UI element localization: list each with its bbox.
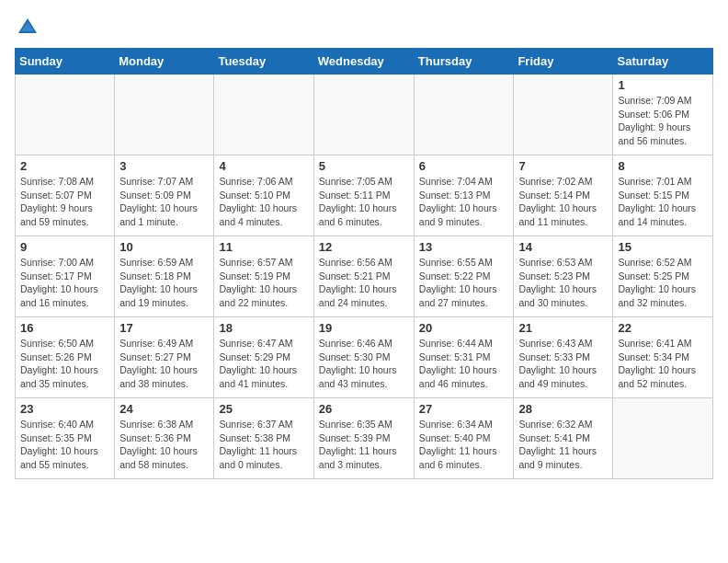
day-number: 15 xyxy=(618,240,708,254)
calendar-cell: 7Sunrise: 7:02 AM Sunset: 5:14 PM Daylig… xyxy=(514,155,613,236)
calendar-cell xyxy=(414,75,514,155)
week-row-4: 16Sunrise: 6:50 AM Sunset: 5:26 PM Dayli… xyxy=(16,317,713,398)
calendar-cell xyxy=(16,75,115,155)
weekday-header-friday: Friday xyxy=(514,49,613,75)
calendar-cell: 28Sunrise: 6:32 AM Sunset: 5:41 PM Dayli… xyxy=(514,398,613,479)
day-info: Sunrise: 6:56 AM Sunset: 5:21 PM Dayligh… xyxy=(319,256,409,310)
calendar-cell: 12Sunrise: 6:56 AM Sunset: 5:21 PM Dayli… xyxy=(313,236,414,317)
calendar-cell: 23Sunrise: 6:40 AM Sunset: 5:35 PM Dayli… xyxy=(16,398,115,479)
day-number: 8 xyxy=(618,159,708,173)
day-info: Sunrise: 6:34 AM Sunset: 5:40 PM Dayligh… xyxy=(419,418,509,472)
day-number: 1 xyxy=(618,78,708,92)
day-info: Sunrise: 6:55 AM Sunset: 5:22 PM Dayligh… xyxy=(419,256,509,310)
day-number: 23 xyxy=(20,402,109,416)
day-number: 13 xyxy=(419,240,509,254)
calendar-cell: 20Sunrise: 6:44 AM Sunset: 5:31 PM Dayli… xyxy=(414,317,514,398)
day-number: 25 xyxy=(219,402,308,416)
calendar-cell: 26Sunrise: 6:35 AM Sunset: 5:39 PM Dayli… xyxy=(313,398,414,479)
day-number: 19 xyxy=(319,321,409,335)
calendar-table: SundayMondayTuesdayWednesdayThursdayFrid… xyxy=(15,48,713,479)
calendar-cell xyxy=(214,75,313,155)
day-number: 10 xyxy=(119,240,209,254)
weekday-header-sunday: Sunday xyxy=(16,49,115,75)
day-info: Sunrise: 6:47 AM Sunset: 5:29 PM Dayligh… xyxy=(219,337,308,391)
weekday-header-saturday: Saturday xyxy=(613,49,713,75)
calendar-cell: 11Sunrise: 6:57 AM Sunset: 5:19 PM Dayli… xyxy=(214,236,313,317)
calendar-cell: 25Sunrise: 6:37 AM Sunset: 5:38 PM Dayli… xyxy=(214,398,313,479)
day-info: Sunrise: 6:37 AM Sunset: 5:38 PM Dayligh… xyxy=(219,418,308,472)
day-info: Sunrise: 6:59 AM Sunset: 5:18 PM Dayligh… xyxy=(119,256,209,310)
day-number: 21 xyxy=(518,321,608,335)
logo xyxy=(15,15,44,40)
day-info: Sunrise: 7:07 AM Sunset: 5:09 PM Dayligh… xyxy=(119,175,209,229)
day-info: Sunrise: 7:01 AM Sunset: 5:15 PM Dayligh… xyxy=(618,175,708,229)
day-info: Sunrise: 6:49 AM Sunset: 5:27 PM Dayligh… xyxy=(119,337,209,391)
calendar-cell: 10Sunrise: 6:59 AM Sunset: 5:18 PM Dayli… xyxy=(115,236,214,317)
calendar-cell: 24Sunrise: 6:38 AM Sunset: 5:36 PM Dayli… xyxy=(115,398,214,479)
page-header xyxy=(15,15,713,40)
day-number: 24 xyxy=(119,402,209,416)
day-info: Sunrise: 6:38 AM Sunset: 5:36 PM Dayligh… xyxy=(119,418,209,472)
day-info: Sunrise: 7:02 AM Sunset: 5:14 PM Dayligh… xyxy=(518,175,608,229)
day-number: 4 xyxy=(219,159,308,173)
calendar-cell: 27Sunrise: 6:34 AM Sunset: 5:40 PM Dayli… xyxy=(414,398,514,479)
calendar-cell: 1Sunrise: 7:09 AM Sunset: 5:06 PM Daylig… xyxy=(613,75,713,155)
week-row-3: 9Sunrise: 7:00 AM Sunset: 5:17 PM Daylig… xyxy=(16,236,713,317)
calendar-cell: 9Sunrise: 7:00 AM Sunset: 5:17 PM Daylig… xyxy=(16,236,115,317)
day-info: Sunrise: 7:06 AM Sunset: 5:10 PM Dayligh… xyxy=(219,175,308,229)
day-info: Sunrise: 7:09 AM Sunset: 5:06 PM Dayligh… xyxy=(618,94,708,148)
calendar-cell: 5Sunrise: 7:05 AM Sunset: 5:11 PM Daylig… xyxy=(313,155,414,236)
calendar-cell: 6Sunrise: 7:04 AM Sunset: 5:13 PM Daylig… xyxy=(414,155,514,236)
calendar-cell: 15Sunrise: 6:52 AM Sunset: 5:25 PM Dayli… xyxy=(613,236,713,317)
day-number: 5 xyxy=(319,159,409,173)
calendar-cell: 21Sunrise: 6:43 AM Sunset: 5:33 PM Dayli… xyxy=(514,317,613,398)
weekday-header-row: SundayMondayTuesdayWednesdayThursdayFrid… xyxy=(16,49,713,75)
day-number: 20 xyxy=(419,321,509,335)
day-info: Sunrise: 7:04 AM Sunset: 5:13 PM Dayligh… xyxy=(419,175,509,229)
day-info: Sunrise: 6:41 AM Sunset: 5:34 PM Dayligh… xyxy=(618,337,708,391)
day-info: Sunrise: 6:57 AM Sunset: 5:19 PM Dayligh… xyxy=(219,256,308,310)
calendar-cell: 13Sunrise: 6:55 AM Sunset: 5:22 PM Dayli… xyxy=(414,236,514,317)
calendar-cell: 18Sunrise: 6:47 AM Sunset: 5:29 PM Dayli… xyxy=(214,317,313,398)
day-info: Sunrise: 7:05 AM Sunset: 5:11 PM Dayligh… xyxy=(319,175,409,229)
day-info: Sunrise: 7:08 AM Sunset: 5:07 PM Dayligh… xyxy=(20,175,109,229)
day-info: Sunrise: 7:00 AM Sunset: 5:17 PM Dayligh… xyxy=(20,256,109,310)
day-number: 26 xyxy=(319,402,409,416)
day-number: 3 xyxy=(119,159,209,173)
week-row-2: 2Sunrise: 7:08 AM Sunset: 5:07 PM Daylig… xyxy=(16,155,713,236)
day-number: 18 xyxy=(219,321,308,335)
day-number: 17 xyxy=(119,321,209,335)
day-info: Sunrise: 6:32 AM Sunset: 5:41 PM Dayligh… xyxy=(518,418,608,472)
calendar-cell xyxy=(313,75,414,155)
day-number: 12 xyxy=(319,240,409,254)
day-info: Sunrise: 6:52 AM Sunset: 5:25 PM Dayligh… xyxy=(618,256,708,310)
day-number: 7 xyxy=(518,159,608,173)
calendar-cell: 14Sunrise: 6:53 AM Sunset: 5:23 PM Dayli… xyxy=(514,236,613,317)
calendar-cell: 8Sunrise: 7:01 AM Sunset: 5:15 PM Daylig… xyxy=(613,155,713,236)
week-row-1: 1Sunrise: 7:09 AM Sunset: 5:06 PM Daylig… xyxy=(16,75,713,155)
logo-icon xyxy=(15,15,40,40)
day-number: 9 xyxy=(20,240,109,254)
week-row-5: 23Sunrise: 6:40 AM Sunset: 5:35 PM Dayli… xyxy=(16,398,713,479)
weekday-header-tuesday: Tuesday xyxy=(214,49,313,75)
day-number: 16 xyxy=(20,321,109,335)
day-number: 11 xyxy=(219,240,308,254)
day-info: Sunrise: 6:40 AM Sunset: 5:35 PM Dayligh… xyxy=(20,418,109,472)
day-info: Sunrise: 6:50 AM Sunset: 5:26 PM Dayligh… xyxy=(20,337,109,391)
weekday-header-wednesday: Wednesday xyxy=(313,49,414,75)
day-info: Sunrise: 6:53 AM Sunset: 5:23 PM Dayligh… xyxy=(518,256,608,310)
day-number: 28 xyxy=(518,402,608,416)
day-number: 2 xyxy=(20,159,109,173)
day-number: 6 xyxy=(419,159,509,173)
calendar-cell xyxy=(613,398,713,479)
calendar-cell: 19Sunrise: 6:46 AM Sunset: 5:30 PM Dayli… xyxy=(313,317,414,398)
calendar-cell: 4Sunrise: 7:06 AM Sunset: 5:10 PM Daylig… xyxy=(214,155,313,236)
day-info: Sunrise: 6:46 AM Sunset: 5:30 PM Dayligh… xyxy=(319,337,409,391)
day-info: Sunrise: 6:43 AM Sunset: 5:33 PM Dayligh… xyxy=(518,337,608,391)
day-number: 27 xyxy=(419,402,509,416)
day-info: Sunrise: 6:44 AM Sunset: 5:31 PM Dayligh… xyxy=(419,337,509,391)
day-number: 22 xyxy=(618,321,708,335)
calendar-cell xyxy=(115,75,214,155)
calendar-cell: 17Sunrise: 6:49 AM Sunset: 5:27 PM Dayli… xyxy=(115,317,214,398)
calendar-cell: 2Sunrise: 7:08 AM Sunset: 5:07 PM Daylig… xyxy=(16,155,115,236)
